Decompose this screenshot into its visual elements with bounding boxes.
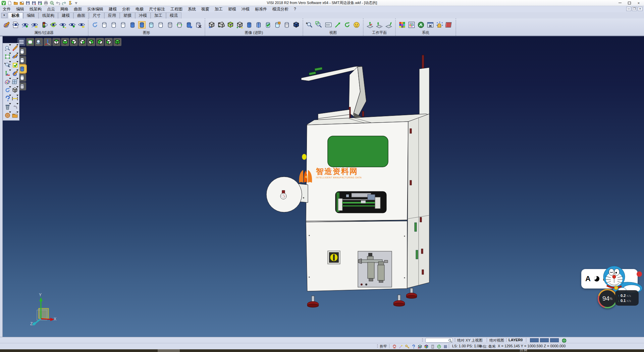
moon-icon[interactable] bbox=[594, 276, 599, 281]
eye-plus-button[interactable] bbox=[68, 20, 76, 29]
workplane-view-button[interactable] bbox=[384, 20, 393, 29]
viewport-3d[interactable]: 智造资料网 INTELLIGENT MANUFACTURING DATA Y X… bbox=[0, 36, 644, 337]
status-layer[interactable]: LAYER0 bbox=[508, 338, 523, 342]
erase-pencil-button[interactable] bbox=[11, 44, 18, 52]
delete-trash-button[interactable] bbox=[4, 103, 11, 111]
cyl-tools-button[interactable] bbox=[194, 20, 203, 29]
cyl-ghost-button[interactable] bbox=[282, 20, 291, 29]
view-right-button[interactable] bbox=[78, 38, 87, 46]
attributes-paint-button[interactable] bbox=[2, 20, 11, 29]
clear-screen-button[interactable] bbox=[26, 38, 34, 46]
ime-mode-letter[interactable]: A bbox=[585, 274, 591, 283]
open-folder-icon[interactable] bbox=[13, 1, 18, 5]
mdi-close-button[interactable]: × bbox=[638, 7, 643, 11]
export-box-button[interactable] bbox=[417, 344, 423, 349]
zoom-view-button[interactable] bbox=[35, 38, 43, 46]
cyl-arrow-button[interactable] bbox=[184, 20, 193, 29]
box-refresh-button[interactable] bbox=[226, 20, 235, 29]
tab-编辑[interactable]: 编辑 bbox=[23, 12, 39, 18]
layer-color-swatch-2[interactable] bbox=[540, 338, 549, 342]
status-abs-view[interactable]: 绝对视图 bbox=[489, 338, 504, 343]
search-input[interactable] bbox=[426, 338, 447, 342]
grid-settings-button[interactable] bbox=[445, 20, 453, 29]
cyl-swap-button[interactable] bbox=[175, 20, 184, 29]
menu-item-9[interactable]: 分析 bbox=[119, 6, 133, 12]
view-bottom-button[interactable] bbox=[61, 38, 69, 46]
menu-item-17[interactable]: 冲模 bbox=[239, 6, 252, 12]
menu-item-13[interactable]: 系统 bbox=[185, 6, 199, 12]
tab-尺寸[interactable]: 尺寸 bbox=[89, 12, 104, 18]
cyl-blue-button[interactable] bbox=[128, 20, 137, 29]
tab-标准[interactable]: 标准 bbox=[8, 12, 23, 18]
eye-remove-button[interactable] bbox=[30, 20, 39, 29]
cyl-outline-1-button[interactable] bbox=[100, 20, 109, 29]
menu-item-14[interactable]: 视窗 bbox=[199, 6, 212, 12]
zoom-cube-button[interactable] bbox=[4, 61, 11, 69]
cube-shaded-button[interactable] bbox=[292, 20, 301, 29]
fit-window-button[interactable] bbox=[4, 52, 11, 61]
grid-snap-button[interactable] bbox=[443, 344, 448, 349]
window-panes-button[interactable] bbox=[11, 78, 18, 86]
cyl-striped-button[interactable] bbox=[254, 20, 263, 29]
menu-item-4[interactable]: 点云 bbox=[44, 6, 58, 12]
menu-item-7[interactable]: 实体编辑 bbox=[85, 6, 106, 12]
visi-logo-icon[interactable] bbox=[1, 1, 6, 5]
save-icon[interactable] bbox=[25, 1, 30, 5]
undo-icon[interactable] bbox=[55, 1, 60, 5]
tab-模流[interactable]: 模流 bbox=[166, 12, 181, 18]
zoom-actual-button[interactable] bbox=[324, 20, 333, 29]
close-button[interactable]: × bbox=[634, 0, 643, 6]
view-iso-button[interactable] bbox=[105, 38, 113, 46]
spline-edit-button[interactable] bbox=[11, 69, 18, 78]
rotate-ccw-button[interactable] bbox=[436, 344, 442, 349]
system-settings-button[interactable] bbox=[417, 20, 425, 29]
menu-item-15[interactable]: 加工 bbox=[212, 6, 225, 12]
status-view-mode[interactable]: 绝对 XY 上视图 bbox=[457, 338, 483, 343]
tab-建模[interactable]: 建模 bbox=[58, 12, 73, 18]
net-speed-widget[interactable]: ↑ 0.2 K/s ↓ 0.1 K/s bbox=[615, 290, 639, 306]
zoom-dynamic-button[interactable] bbox=[305, 20, 314, 29]
menu-item-19[interactable]: 模流分析 bbox=[270, 6, 291, 12]
more-dropdown-icon[interactable] bbox=[73, 1, 78, 5]
solid-cube-button[interactable] bbox=[11, 86, 18, 94]
open-file-button[interactable] bbox=[11, 111, 18, 120]
cyl-copy-button[interactable] bbox=[273, 20, 282, 29]
cyl-outline-3-button[interactable] bbox=[119, 20, 127, 29]
view-iso-solid-button[interactable] bbox=[113, 38, 121, 46]
tab-dropdown-button[interactable]: ▼ bbox=[1, 13, 7, 18]
minimize-button[interactable] bbox=[615, 0, 625, 6]
mdi-minimize-button[interactable]: ─ bbox=[626, 7, 631, 11]
cyl-check-button[interactable] bbox=[264, 20, 272, 29]
curve-edit-button[interactable] bbox=[11, 52, 18, 61]
select-zoom-button[interactable] bbox=[4, 44, 11, 52]
preview-icon[interactable] bbox=[49, 1, 54, 5]
menu-item-3[interactable]: 线架构 bbox=[27, 6, 44, 12]
traffic-filter-button[interactable] bbox=[40, 20, 48, 29]
cyl-wire-button[interactable] bbox=[166, 20, 174, 29]
save-all-icon[interactable] bbox=[37, 1, 42, 5]
navigate-wheel-button[interactable] bbox=[4, 111, 11, 120]
measure-distance-button[interactable] bbox=[11, 94, 18, 103]
status-lock[interactable]: 拴牢 bbox=[380, 344, 387, 349]
box-plusminus-button[interactable] bbox=[235, 20, 244, 29]
eye-refresh-button[interactable] bbox=[49, 20, 58, 29]
layer-color-swatch-3[interactable] bbox=[550, 338, 559, 342]
redo-icon[interactable] bbox=[61, 1, 66, 5]
view-front-button[interactable] bbox=[87, 38, 95, 46]
layers-refresh-button[interactable] bbox=[91, 20, 99, 29]
box-traffic-button[interactable] bbox=[217, 20, 225, 29]
battery-percent-widget[interactable]: 94% bbox=[598, 289, 617, 308]
triad-axes-button[interactable] bbox=[44, 38, 52, 46]
view-left-button[interactable] bbox=[70, 38, 78, 46]
workplane-free-button[interactable] bbox=[366, 20, 374, 29]
tab-加工[interactable]: 加工 bbox=[151, 12, 166, 18]
tab-线架构[interactable]: 线架构 bbox=[39, 12, 58, 18]
search-box[interactable] bbox=[425, 338, 453, 343]
eye-add-button[interactable] bbox=[21, 20, 30, 29]
layer-stack-button[interactable] bbox=[430, 344, 435, 349]
page-eye-button[interactable] bbox=[11, 20, 20, 29]
layer-color-swatch-1[interactable] bbox=[530, 338, 539, 342]
help-query-button[interactable] bbox=[4, 94, 11, 103]
color-palette-button[interactable] bbox=[398, 20, 407, 29]
wcs-axes-button[interactable] bbox=[4, 69, 11, 78]
